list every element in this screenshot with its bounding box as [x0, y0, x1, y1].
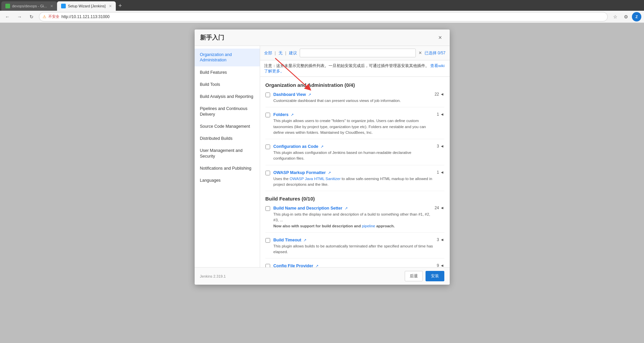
sidebar-item-build-features[interactable]: Build Features — [195, 66, 260, 78]
footer-buttons: 后退 安装 — [405, 271, 444, 281]
browser-chrome: devops/devops - Gi... × Setup Wizard [Je… — [0, 0, 644, 23]
sidebar-item-distributed[interactable]: Distributed Builds — [195, 132, 260, 145]
toolbar-icons: ☆ ⚙ Z — [610, 12, 641, 21]
sidebar-item-user-mgmt[interactable]: User Management and Security — [195, 145, 260, 162]
sidebar-item-pipelines[interactable]: Pipelines and Continuous Delivery — [195, 103, 260, 120]
plugin-info-build-name-setter: Build Name and Description Setter ↗ This… — [274, 206, 432, 229]
plugin-checkbox-build-name-setter[interactable] — [265, 206, 270, 211]
security-warning-icon: ⚠ — [43, 14, 46, 19]
plugin-desc-approach: approach. — [375, 224, 395, 228]
plugin-name-config-as-code[interactable]: Configuration as Code — [274, 144, 318, 149]
plugin-name-owasp-markup[interactable]: OWASP Markup Formatter — [274, 170, 326, 175]
sidebar-item-build-tools[interactable]: Build Tools — [195, 78, 260, 91]
filter-clear-button[interactable]: × — [418, 50, 422, 56]
plugin-desc-owasp-link[interactable]: OWASP Java HTML Sanitizer — [290, 177, 341, 181]
plugin-info-folders: Folders ↗ This plugin allows users to cr… — [274, 112, 434, 135]
plugin-item-build-name-setter: Build Name and Description Setter ↗ This… — [265, 206, 444, 233]
filter-none-link[interactable]: 无 — [279, 50, 283, 56]
sidebar-item-build-analysis[interactable]: Build Analysis and Reporting — [195, 91, 260, 103]
tab-1[interactable]: devops/devops - Gi... × — [1, 1, 57, 11]
plugin-checkbox-folders[interactable] — [265, 113, 270, 117]
sidebar-item-notifications[interactable]: Notifications and Publishing — [195, 162, 260, 174]
browser-toolbar: ← → ↻ ⚠ 不安全 http://10.11.121.113:31000 ☆… — [0, 11, 644, 23]
plugin-count-build-timeout: 3 ◄ — [437, 237, 444, 242]
plugin-info-config-file-provider: Config File Provider ↗ Ability to provid… — [274, 263, 434, 267]
page-body: 新手入门 × Organization and Administration B… — [0, 23, 644, 343]
plugin-checkbox-owasp-markup[interactable] — [265, 171, 270, 175]
new-tab-button[interactable]: + — [116, 1, 125, 11]
forward-button[interactable]: → — [15, 12, 24, 21]
tab-2-close[interactable]: × — [109, 3, 112, 9]
plugin-link-folders[interactable]: ↗ — [291, 113, 294, 117]
plugin-item-build-timeout: Build Timeout ↗ This plugin allows build… — [265, 237, 444, 259]
modal-close-button[interactable]: × — [436, 34, 444, 42]
plugin-checkbox-build-timeout[interactable] — [265, 238, 270, 243]
plugin-link-build-timeout[interactable]: ↗ — [303, 238, 306, 242]
tab-bar: devops/devops - Gi... × Setup Wizard [Je… — [0, 0, 644, 11]
plugin-checkbox-dashboard-view[interactable] — [265, 93, 270, 97]
modal-body: Organization and Administration Build Fe… — [195, 46, 450, 267]
plugin-name-build-name-setter[interactable]: Build Name and Description Setter — [274, 206, 343, 211]
install-button[interactable]: 安装 — [426, 271, 444, 281]
main-content: 全部 | 无 | 建议 × 已选择 0/57 注意：这并未显示完整的插件列表。一… — [260, 46, 450, 267]
sidebar-item-languages[interactable]: Languages — [195, 174, 260, 186]
plugin-info-build-timeout: Build Timeout ↗ This plugin allows build… — [274, 237, 434, 255]
back-button[interactable]: ← — [3, 12, 12, 21]
extensions-button[interactable]: ⚙ — [621, 12, 631, 21]
plugin-info-dashboard-view: Dashboard View ↗ Customizable dashboard … — [274, 92, 432, 104]
plugin-link-config-as-code[interactable]: ↗ — [320, 145, 324, 149]
plugin-list: Organization and Administration (0/4) Da… — [260, 77, 450, 267]
plugin-desc-pipeline-link[interactable]: pipeline — [362, 224, 375, 228]
selected-count: 已选择 0/57 — [425, 50, 446, 56]
plugin-name-build-timeout[interactable]: Build Timeout — [274, 238, 301, 242]
sidebar: Organization and Administration Build Fe… — [195, 46, 260, 267]
plugin-link-build-name-setter[interactable]: ↗ — [345, 206, 348, 210]
address-bar[interactable]: ⚠ 不安全 http://10.11.121.113:31000 — [39, 12, 608, 21]
tab-1-close[interactable]: × — [50, 3, 53, 9]
tab-1-favicon — [5, 4, 10, 8]
plugin-link-owasp-markup[interactable]: ↗ — [328, 171, 331, 175]
plugin-count-config-as-code: 3 ◄ — [437, 144, 444, 149]
filter-sep1: | — [275, 51, 276, 55]
sidebar-item-org-admin[interactable]: Organization and Administration — [195, 49, 260, 66]
plugin-desc-build-name-setter: This plug-in sets the display name and d… — [274, 212, 432, 229]
plugin-desc-dashboard-view: Customizable dashboard that can present … — [274, 98, 432, 104]
plugin-desc-build-timeout: This plugin allows builds to be automati… — [274, 243, 434, 255]
plugin-checkbox-config-as-code[interactable] — [265, 145, 270, 149]
notice-text: 注意：这并未显示完整的插件列表。一旦初始安装完成后，可通过插件管理器安装其他插件… — [264, 64, 429, 68]
plugin-count-owasp-markup: 1 ◄ — [437, 170, 444, 175]
filter-sep2: | — [285, 51, 286, 55]
sidebar-item-languages-label: Languages — [200, 178, 221, 183]
back-button[interactable]: 后退 — [405, 271, 423, 281]
plugin-link-dashboard-view[interactable]: ↗ — [308, 93, 311, 97]
plugin-name-folders[interactable]: Folders — [274, 112, 289, 117]
plugin-info-owasp-markup: OWASP Markup Formatter ↗ Uses the OWASP … — [274, 170, 434, 188]
tab-1-label: devops/devops - Gi... — [12, 4, 47, 8]
notice-bar: 注意：这并未显示完整的插件列表。一旦初始安装完成后，可通过插件管理器安装其他插件… — [260, 60, 450, 77]
plugin-count-config-file-provider: 9 ◄ — [437, 263, 444, 267]
filter-all-link[interactable]: 全部 — [264, 50, 272, 56]
plugin-desc-config-as-code: This plugin allows configuration of Jenk… — [274, 150, 434, 162]
profile-button[interactable]: Z — [632, 12, 641, 21]
filter-suggested-link[interactable]: 建议 — [289, 50, 297, 56]
sidebar-item-notifications-label: Notifications and Publishing — [200, 166, 252, 171]
refresh-button[interactable]: ↻ — [27, 12, 36, 21]
sidebar-item-source-code[interactable]: Source Code Management — [195, 120, 260, 132]
sidebar-item-user-mgmt-label: User Management and Security — [200, 148, 243, 158]
plugin-item-owasp-markup: OWASP Markup Formatter ↗ Uses the OWASP … — [265, 170, 444, 191]
plugin-name-config-file-provider[interactable]: Config File Provider — [274, 264, 313, 267]
tab-2-label: Setup Wizard [Jenkins] — [68, 4, 106, 8]
plugin-name-dashboard-view[interactable]: Dashboard View — [274, 92, 306, 97]
sidebar-item-distributed-label: Distributed Builds — [200, 136, 233, 141]
section-title-build-features: Build Features (0/10) — [265, 196, 444, 202]
plugin-item-folders: Folders ↗ This plugin allows users to cr… — [265, 112, 444, 139]
sidebar-item-build-features-label: Build Features — [200, 70, 227, 75]
sidebar-item-build-analysis-label: Build Analysis and Reporting — [200, 94, 253, 99]
plugin-link-config-file-provider[interactable]: ↗ — [315, 264, 318, 267]
tab-2[interactable]: Setup Wizard [Jenkins] × — [57, 1, 116, 11]
tab-2-favicon — [61, 4, 66, 8]
plugin-checkbox-config-file-provider[interactable] — [265, 264, 270, 267]
filter-search-input[interactable] — [300, 49, 416, 57]
plugin-count-build-name-setter: 24 ◄ — [435, 206, 444, 210]
bookmark-star-button[interactable]: ☆ — [610, 12, 620, 21]
